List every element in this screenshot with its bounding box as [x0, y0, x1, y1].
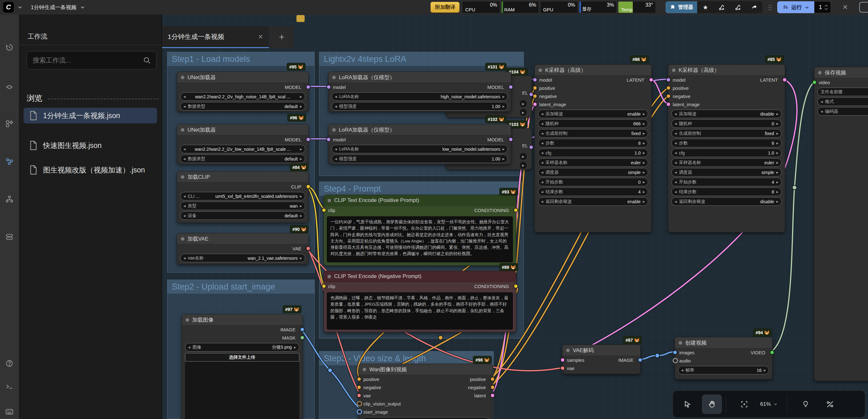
decrement-arrow-icon[interactable]: ◀	[541, 113, 543, 116]
decrement-arrow-icon[interactable]: ◀	[675, 161, 677, 164]
MODEL-output-port[interactable]	[508, 137, 513, 142]
increment-arrow-icon[interactable]: ▶	[643, 190, 645, 193]
node-clip-text-positive[interactable]: CLIP Text Encode (Positive Prompt)clipCO…	[323, 195, 516, 266]
active-workflow-tab[interactable]: 1分钟生成一条视频 ✕	[162, 26, 269, 48]
images-input-port[interactable]	[673, 350, 677, 355]
node-header[interactable]: UNet加载器	[177, 124, 308, 136]
collapse-dot[interactable]	[672, 68, 676, 72]
toggle-links-button[interactable]	[820, 394, 840, 414]
workflows-icon[interactable]	[5, 157, 13, 166]
increment-arrow-icon[interactable]: ▶	[300, 214, 302, 217]
widget-开始步数[interactable]: ◀开始步数4▶	[672, 178, 782, 186]
model-input-port[interactable]	[666, 78, 671, 82]
prompt-textarea[interactable]: 色调艳丽，过曝，静态，细节模糊不清，字幕，风格，作品，画作，画面，静止，整体发灰…	[327, 292, 513, 329]
increment-arrow-icon[interactable]: ▶	[776, 151, 778, 154]
clip-input-port[interactable]	[321, 284, 326, 289]
widget-编码器[interactable]: ◀编码器▶	[817, 107, 868, 116]
node-ksampler-advanced-2[interactable]: K采样器（高级）modelLATENTpositivenegativelaten…	[668, 64, 785, 233]
LATENT-output-port[interactable]	[782, 78, 787, 82]
positive-input-port[interactable]	[666, 86, 671, 90]
widget-随机种[interactable]: ◀随机种0▶	[672, 119, 782, 128]
CLIP-output-port[interactable]	[306, 184, 311, 189]
decrement-arrow-icon[interactable]: ◀	[541, 181, 543, 184]
node-header[interactable]: K采样器（高级）	[668, 65, 785, 76]
increment-arrow-icon[interactable]: ▶	[300, 95, 302, 98]
collapse-dot[interactable]	[181, 76, 184, 79]
node-header[interactable]: 加载VAE	[177, 233, 308, 244]
increment-arrow-icon[interactable]: ▶	[776, 113, 778, 116]
increment-arrow-icon[interactable]: ▶	[300, 205, 302, 208]
increment-arrow-icon[interactable]: ▶	[776, 200, 778, 203]
increment-arrow-icon[interactable]: ▶	[294, 346, 296, 349]
node-create-video[interactable]: 创建视频imagesVIDEOaudio◀帧率16▶	[675, 337, 773, 380]
workflow-file-item[interactable]: 快速图生视频.json	[24, 138, 157, 153]
pan-tool-button[interactable]	[702, 394, 722, 414]
node-header[interactable]: CLIP Text Encode (Positive Prompt)	[324, 195, 516, 206]
decrement-arrow-icon[interactable]: ◀	[335, 105, 337, 108]
history-icon[interactable]	[5, 43, 13, 52]
increment-arrow-icon[interactable]: ▶	[300, 257, 302, 260]
decrement-arrow-icon[interactable]: ◀	[183, 157, 186, 160]
attach-translate-button[interactable]: 附加翻译	[431, 2, 459, 12]
negative-input-port[interactable]	[666, 94, 671, 99]
widget-结束步数[interactable]: ◀结束步数8▶	[672, 187, 782, 196]
decrement-arrow-icon[interactable]: ◀	[675, 151, 677, 154]
fit-view-button[interactable]	[734, 394, 754, 414]
CONDITIONING-output-port[interactable]	[514, 208, 518, 213]
widget-生成前控制[interactable]: ◀生成前控制fixed▶	[672, 129, 782, 138]
decrement-arrow-icon[interactable]: ◀	[183, 195, 186, 198]
upload-button[interactable]: 选择文件上传	[185, 353, 299, 361]
audio-input-port[interactable]	[673, 358, 678, 363]
browse-section-label[interactable]: 浏览	[27, 93, 42, 103]
widget-生成前控制[interactable]: ◀生成前控制fixed▶	[538, 129, 648, 138]
vae-input-port[interactable]	[357, 393, 362, 398]
increment-icon[interactable]	[824, 4, 828, 7]
node-header[interactable]: 加载图像	[182, 315, 302, 325]
collapse-dot[interactable]	[328, 199, 331, 202]
collapse-dot[interactable]	[679, 341, 682, 345]
decrement-arrow-icon[interactable]: ◀	[335, 157, 337, 160]
increment-arrow-icon[interactable]: ▶	[502, 105, 505, 108]
positive-input-port[interactable]	[357, 377, 362, 382]
decrement-arrow-icon[interactable]: ◀	[675, 200, 677, 203]
node-ksampler-advanced-1[interactable]: K采样器（高级）modelLATENTpositivenegativelaten…	[534, 64, 652, 233]
node-lora-loader-low[interactable]: LoRA加载器（仅模型）modelMODEL◀LoRA名称low_noise_m…	[328, 124, 511, 164]
widget-LoRA名称[interactable]: ◀LoRA名称low_noise_model.safetensors▶	[332, 145, 508, 153]
widget-类型[interactable]: ◀类型wan▶	[180, 202, 305, 210]
clip_vision_output-input-port[interactable]	[357, 401, 362, 407]
node-header[interactable]: CLIP Text Encode (Negative Prompt)	[324, 271, 516, 282]
decrement-arrow-icon[interactable]: ◀	[335, 148, 337, 151]
model-tree-icon[interactable]	[5, 195, 13, 203]
node-load-image[interactable]: 加载图像IMAGEMASK◀图像分镜5.png▶选择文件上传	[182, 314, 303, 419]
widget-value[interactable]: ◀wan2.2/wan2.2_i2v_high_noise_14B_fp8_sc…	[180, 92, 305, 101]
collapse-dot[interactable]	[181, 128, 184, 131]
MASK-output-port[interactable]	[300, 335, 305, 340]
node-header[interactable]: 创建视频	[675, 337, 772, 348]
samples-input-port[interactable]	[560, 358, 565, 362]
decrement-arrow-icon[interactable]: ◀	[183, 205, 186, 208]
node-vae-decode[interactable]: VAE解码samplesIMAGEvae	[562, 345, 641, 374]
node-header[interactable]: K采样器（高级）	[535, 65, 651, 76]
node-header[interactable]: 保存视频	[814, 67, 868, 78]
node-wan-image-to-video[interactable]: Wan图像到视频positivepositivenegativenegative…	[359, 364, 493, 419]
node-unet-loader-low[interactable]: UNet加载器MODEL◀wan2.2/wan2.2_i2v_low_noise…	[177, 124, 309, 164]
new-workflow-tab-button[interactable]: +	[270, 26, 294, 48]
workflow-file-item[interactable]: 1分钟生成一条视频.json	[24, 108, 157, 123]
increment-arrow-icon[interactable]: ▶	[643, 171, 645, 174]
collapse-dot[interactable]	[328, 275, 331, 278]
decrement-icon[interactable]	[824, 8, 828, 10]
increment-arrow-icon[interactable]: ▶	[776, 132, 778, 135]
VIDEO-output-port[interactable]	[770, 350, 774, 355]
decrement-arrow-icon[interactable]: ◀	[183, 214, 186, 217]
increment-arrow-icon[interactable]: ▶	[643, 151, 645, 154]
templates-icon[interactable]	[5, 120, 13, 128]
clean-vram-button[interactable]	[713, 1, 730, 13]
decrement-arrow-icon[interactable]: ◀	[675, 132, 677, 135]
increment-arrow-icon[interactable]: ▶	[502, 95, 505, 98]
decrement-arrow-icon[interactable]: ◀	[335, 95, 337, 98]
widget-LoRA名称[interactable]: ◀LoRA名称high_noise_model.safetensors▶	[332, 92, 508, 101]
collapse-dot[interactable]	[538, 68, 542, 72]
decrement-arrow-icon[interactable]: ◀	[541, 200, 543, 203]
widget-返回剩余噪波[interactable]: ◀返回剩余噪波disable▶	[672, 197, 782, 206]
prompt-textarea[interactable]: 一位约30岁，气质干练成熟，身穿剪裁合体的职业套装，发型一丝不苟的女性。她推开办…	[327, 216, 513, 262]
